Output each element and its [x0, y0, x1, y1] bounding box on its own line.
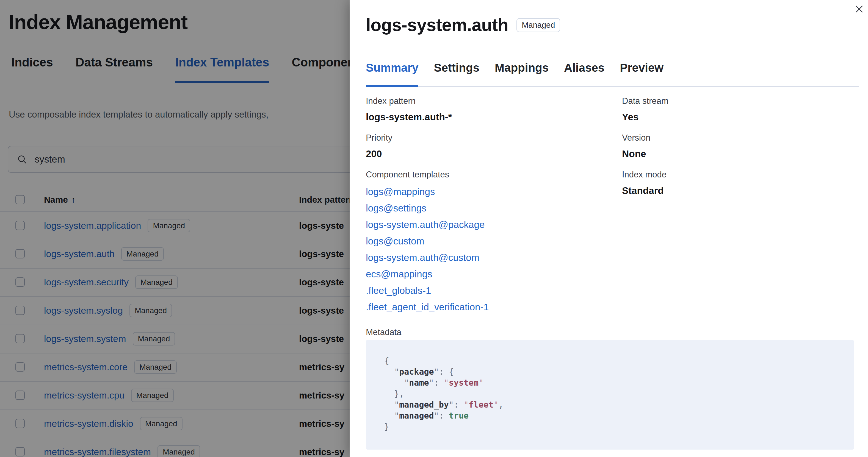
close-icon: [855, 5, 864, 13]
managed-badge: Managed: [517, 18, 560, 32]
index-pattern-value: logs-system.auth-*: [366, 110, 613, 124]
component-template-link[interactable]: logs-system.auth@custom: [366, 252, 479, 263]
index-mode-value: Standard: [622, 184, 853, 197]
version-label: Version: [622, 132, 853, 143]
index-mode-label: Index mode: [622, 169, 853, 180]
close-button[interactable]: [854, 4, 865, 15]
component-template-link[interactable]: logs@custom: [366, 236, 424, 247]
component-template-link[interactable]: logs@settings: [366, 203, 426, 214]
list-item: .fleet_globals-1: [366, 282, 613, 299]
list-item: logs@mappings: [366, 184, 613, 200]
index-management-screen: Index Management Indices Data Streams In…: [0, 0, 868, 457]
list-item: logs-system.auth@package: [366, 217, 613, 233]
priority-value: 200: [366, 147, 613, 160]
data-stream-label: Data stream: [622, 96, 853, 106]
component-template-link[interactable]: logs@mappings: [366, 186, 435, 197]
flyout-panel: logs-system.auth Managed Summary Setting…: [350, 0, 868, 457]
component-template-link[interactable]: .fleet_globals-1: [366, 285, 431, 296]
list-item: logs-system.auth@custom: [366, 249, 613, 266]
index-pattern-label: Index pattern: [366, 96, 613, 106]
summary-right-column: Data stream Yes Version None Index mode …: [622, 96, 853, 206]
summary-left-column: Index pattern logs-system.auth-* Priorit…: [366, 96, 613, 315]
list-item: logs@custom: [366, 233, 613, 249]
version-value: None: [622, 147, 853, 160]
priority-label: Priority: [366, 132, 613, 143]
tab-preview[interactable]: Preview: [620, 61, 663, 87]
metadata-code: { "package": { "name": "system" }, "mana…: [366, 340, 854, 450]
tab-aliases[interactable]: Aliases: [564, 61, 604, 87]
tab-summary[interactable]: Summary: [366, 61, 418, 87]
tab-settings[interactable]: Settings: [434, 61, 479, 87]
flyout-tabs: Summary Settings Mappings Aliases Previe…: [366, 61, 859, 87]
data-stream-value: Yes: [622, 110, 853, 124]
list-item: .fleet_agent_id_verification-1: [366, 299, 613, 315]
component-templates-label: Component templates: [366, 169, 613, 180]
list-item: logs@settings: [366, 200, 613, 217]
component-template-link[interactable]: .fleet_agent_id_verification-1: [366, 301, 489, 312]
component-template-link[interactable]: ecs@mappings: [366, 269, 432, 279]
list-item: ecs@mappings: [366, 266, 613, 282]
tab-mappings[interactable]: Mappings: [495, 61, 549, 87]
component-template-link[interactable]: logs-system.auth@package: [366, 219, 485, 230]
flyout-title: logs-system.auth: [366, 14, 508, 36]
component-templates-list: logs@mappings logs@settings logs-system.…: [366, 184, 613, 315]
metadata-label: Metadata: [366, 327, 401, 338]
